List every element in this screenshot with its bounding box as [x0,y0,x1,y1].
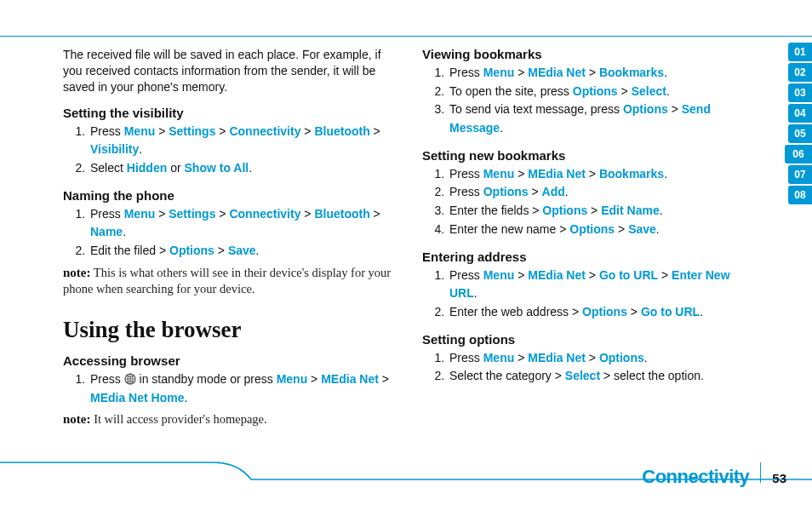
list-setting-options: Press Menu > MEdia Net > Options. Select… [422,349,756,386]
nav-tab-04[interactable]: 04 [788,104,812,123]
heading-viewing-bookmarks: Viewing bookmarks [422,47,756,61]
heading-entering-address: Entering address [422,250,756,264]
nav-tab-01[interactable]: 01 [788,43,812,61]
chapter-nav: 01 02 03 04 05 06 07 08 [785,43,812,204]
list-item: Press Menu > MEdia Net > Bookmarks. [448,165,756,184]
list-item: Enter the fields > Options > Edit Name. [448,202,756,221]
heading-accessing-browser: Accessing browser [63,353,397,368]
nav-tab-08[interactable]: 08 [788,186,812,204]
left-column: The received file will be saved in each … [63,47,397,430]
note-naming: note: This is what others will see in th… [63,264,397,298]
nav-tab-03[interactable]: 03 [788,83,812,102]
list-viewing-bookmarks: Press Menu > MEdia Net > Bookmarks. To o… [422,64,756,138]
list-item: Select Hidden or Show to All. [89,159,397,178]
heading-naming-phone: Naming the phone [63,188,397,203]
top-rule [0,36,812,37]
list-setting-new-bookmarks: Press Menu > MEdia Net > Bookmarks. Pres… [422,165,756,239]
list-item: Enter the new name > Options > Save. [448,221,756,239]
list-item: Press Menu > MEdia Net > Go to URL > Ent… [448,267,756,303]
list-entering-address: Press Menu > MEdia Net > Go to URL > Ent… [422,267,756,322]
list-item: Press Menu > Settings > Connectivity > B… [89,205,397,242]
page-content: The received file will be saved in each … [63,47,761,430]
list-item: Select the category > Select > select th… [448,367,756,386]
note-browser: note: It will access provider's homepage… [63,410,397,428]
page-footer: Connectivity 53 [0,456,812,490]
list-item: Press Menu > Settings > Connectivity > B… [89,123,397,159]
nav-tab-02[interactable]: 02 [788,63,812,82]
heading-setting-options: Setting options [422,332,756,347]
list-item: To open the site, press Options > Select… [448,83,756,101]
list-item: Edit the filed > Options > Save. [89,242,397,261]
section-heading-using-browser: Using the browser [63,317,397,343]
intro-text: The received file will be saved in each … [63,47,397,95]
list-item: Press Menu > MEdia Net > Options. [448,349,756,368]
nav-tab-06[interactable]: 06 [785,145,812,164]
footer-section-title: Connectivity [642,466,749,488]
list-item: Press Options > Add. [448,183,756,202]
footer-divider [760,462,761,483]
heading-setting-visibility: Setting the visibility [63,106,397,120]
list-naming-phone: Press Menu > Settings > Connectivity > B… [63,205,397,261]
nav-tab-07[interactable]: 07 [788,165,812,184]
right-column: Viewing bookmarks Press Menu > MEdia Net… [422,47,756,430]
nav-tab-05[interactable]: 05 [788,124,812,143]
list-accessing-browser: Press in standby mode or press Menu > ME… [63,370,397,407]
list-item: Press in standby mode or press Menu > ME… [89,370,397,407]
list-item: Press Menu > MEdia Net > Bookmarks. [448,64,756,83]
list-item: To send via text message, press Options … [448,100,756,137]
heading-setting-new-bookmarks: Setting new bookmarks [422,148,756,163]
footer-text: Connectivity 53 [642,462,786,488]
list-item: Enter the web address > Options > Go to … [448,303,756,322]
globe-icon [124,373,136,385]
page-number: 53 [772,471,786,485]
list-setting-visibility: Press Menu > Settings > Connectivity > B… [63,123,397,178]
